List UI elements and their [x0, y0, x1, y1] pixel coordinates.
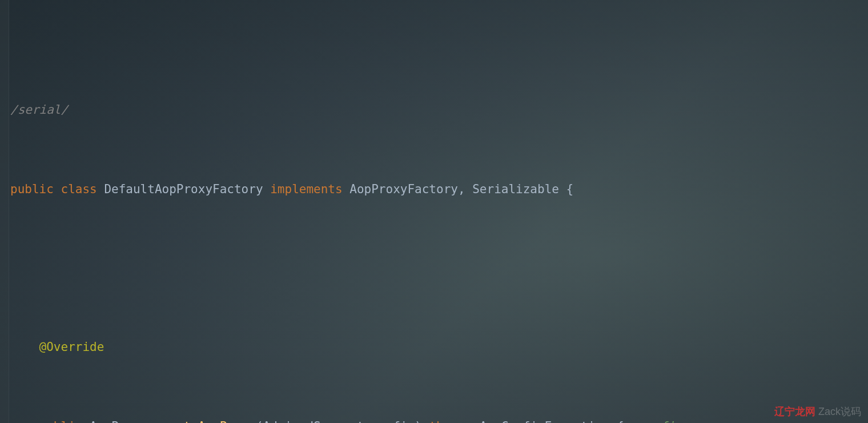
keyword-class: class [61, 179, 97, 199]
param-hint: config: [624, 417, 689, 423]
annotation-override: @Override [39, 337, 105, 357]
keyword-public: public [10, 179, 54, 199]
watermark-grey: Zack说码 [818, 406, 861, 417]
watermark-red: 辽宁龙网 [774, 406, 815, 417]
return-type: AopProxy [90, 417, 147, 423]
interface-list: AopProxyFactory, Serializable { [349, 179, 573, 199]
keyword-implements: implements [270, 179, 342, 199]
code-line[interactable]: public AopProxy createAopProxy(AdvisedSu… [10, 417, 868, 423]
watermark: 辽宁龙网 Zack说码 [774, 405, 861, 418]
code-area: /serial/ public class DefaultAopProxyFac… [0, 39, 868, 423]
exception-type: AopConfigException { [480, 417, 624, 423]
comment-text: /serial/ [10, 100, 68, 120]
class-name: DefaultAopProxyFactory [104, 179, 263, 199]
code-editor[interactable]: /serial/ public class DefaultAopProxyFac… [0, 0, 868, 423]
keyword-public: public [39, 417, 83, 423]
code-line-empty[interactable] [10, 258, 868, 278]
code-line[interactable]: @Override [10, 337, 868, 357]
code-line[interactable]: /serial/ [10, 100, 868, 120]
code-line[interactable]: public class DefaultAopProxyFactory impl… [10, 179, 868, 199]
method-params: (AdvisedSupport config) [256, 417, 422, 423]
keyword-throws: throws [429, 417, 472, 423]
method-name: createAopProxy [155, 417, 256, 423]
